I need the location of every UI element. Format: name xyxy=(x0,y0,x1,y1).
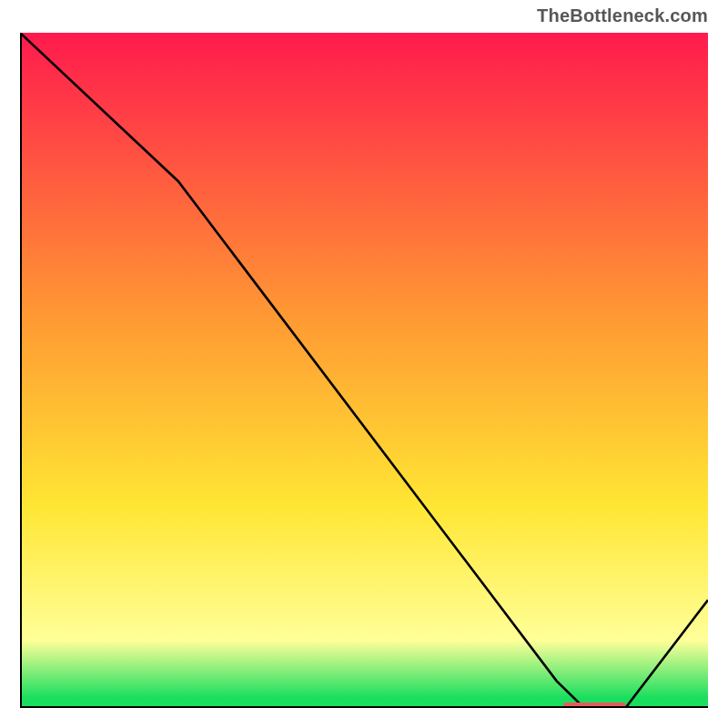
attribution-text: TheBottleneck.com xyxy=(537,5,708,26)
chart-container xyxy=(20,33,708,708)
bottleneck-chart xyxy=(20,33,708,708)
gradient-background xyxy=(20,33,708,708)
